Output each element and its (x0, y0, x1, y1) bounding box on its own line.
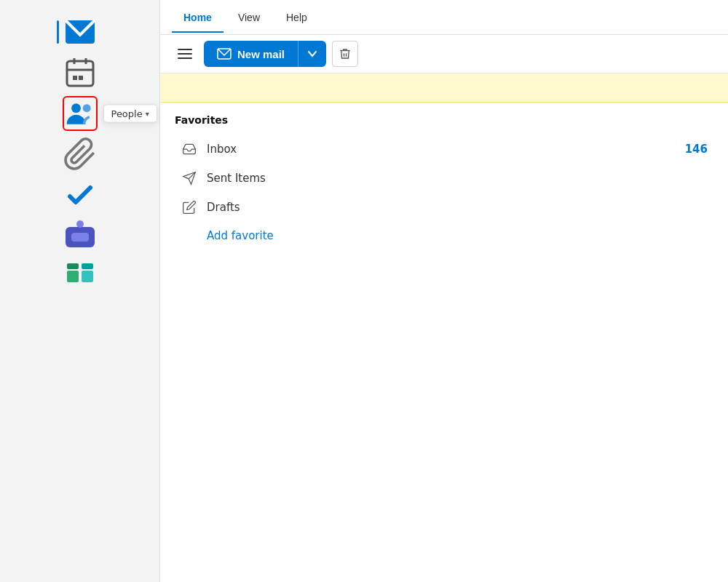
folder-sent-items[interactable]: Sent Items (175, 164, 713, 193)
tab-bar: Home View Help (160, 0, 728, 35)
svg-point-7 (71, 103, 81, 113)
sidebar-item-planner[interactable] (63, 259, 98, 294)
teams-icon (63, 218, 98, 253)
svg-rect-15 (82, 263, 93, 269)
app-container: People (0, 0, 728, 582)
sidebar-item-mail[interactable] (63, 15, 98, 49)
mail-icon (63, 15, 98, 49)
svg-point-11 (76, 220, 84, 228)
favorites-title: Favorites (175, 114, 713, 126)
svg-rect-6 (79, 76, 83, 80)
delete-button[interactable] (332, 41, 358, 67)
hamburger-line-1 (178, 49, 192, 50)
folder-inbox[interactable]: Inbox 146 (175, 135, 713, 164)
sidebar-item-calendar[interactable] (63, 55, 98, 90)
hamburger-button[interactable] (172, 41, 198, 67)
chevron-down-icon (307, 49, 317, 59)
svg-rect-10 (71, 233, 89, 242)
inbox-label: Inbox (207, 143, 676, 156)
planner-icon (63, 259, 98, 294)
tab-help[interactable]: Help (274, 3, 319, 32)
add-favorite-link[interactable]: Add favorite (175, 222, 713, 250)
svg-rect-13 (82, 271, 93, 282)
attach-icon (63, 137, 98, 172)
svg-point-8 (82, 104, 90, 112)
notification-banner (160, 73, 728, 103)
folder-panel: Favorites Inbox 146 (160, 103, 728, 582)
inbox-icon (181, 142, 198, 156)
tab-home[interactable]: Home (172, 3, 223, 32)
icon-rail: People (0, 0, 160, 582)
svg-rect-14 (67, 263, 79, 269)
new-mail-dropdown-button[interactable] (298, 41, 326, 67)
tab-view[interactable]: View (226, 3, 272, 32)
svg-rect-1 (67, 61, 93, 86)
sidebar-item-attachments[interactable] (63, 137, 98, 172)
folder-drafts[interactable]: Drafts (175, 193, 713, 222)
new-mail-button[interactable]: New mail (204, 41, 298, 67)
svg-rect-5 (73, 76, 77, 80)
trash-icon (339, 47, 352, 60)
calendar-icon (63, 55, 98, 90)
hamburger-line-3 (178, 57, 192, 59)
sidebar-item-teams[interactable] (63, 218, 98, 253)
people-tooltip: People (103, 105, 157, 123)
new-mail-group: New mail (204, 41, 326, 67)
sidebar-item-todo[interactable] (63, 178, 98, 212)
main-area: Home View Help New mail (160, 0, 728, 582)
sidebar-item-people[interactable]: People (63, 96, 98, 131)
sent-items-label: Sent Items (207, 172, 708, 185)
new-mail-envelope-icon (217, 47, 232, 61)
people-icon (64, 97, 96, 129)
toolbar: New mail (160, 35, 728, 73)
check-icon (63, 178, 98, 212)
inbox-count: 146 (685, 143, 708, 156)
drafts-icon (181, 200, 198, 215)
sent-icon (181, 171, 198, 186)
hamburger-line-2 (178, 53, 192, 55)
svg-rect-12 (67, 271, 79, 282)
drafts-label: Drafts (207, 201, 708, 214)
